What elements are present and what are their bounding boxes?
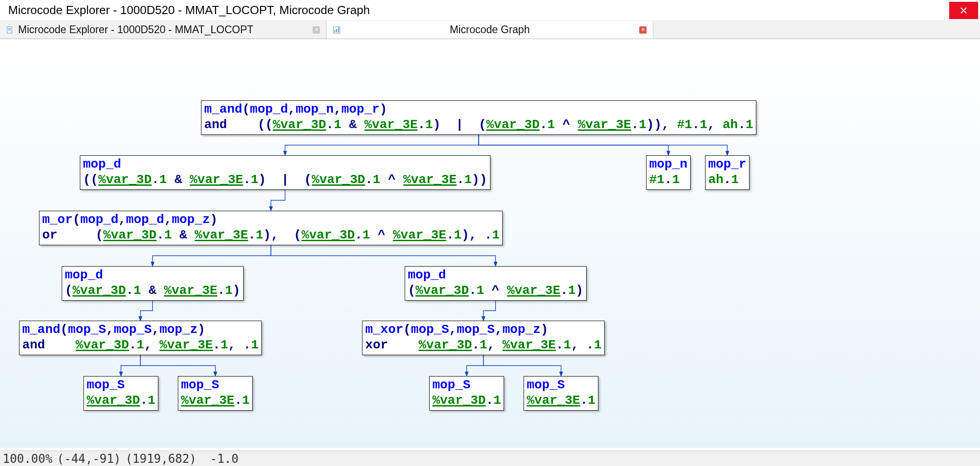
graph-node[interactable]: mop_n#1.1 (646, 155, 691, 190)
tab-label: Microcode Graph (450, 24, 529, 36)
graph-node[interactable]: mop_d(%var_3D.1 & %var_3E.1) (62, 266, 244, 301)
graph-node[interactable]: m_or(mop_d,mop_d,mop_z)or (%var_3D.1 & %… (39, 211, 503, 245)
status-bar: 100.00% (-44,-91) (1919,682) -1.0 (0, 451, 980, 466)
svg-rect-6 (336, 29, 337, 32)
tab-microcode-graph[interactable]: Microcode Graph ✕ (327, 21, 653, 39)
tab-bar: Microcode Explorer - 1000D520 - MMAT_LOC… (0, 21, 980, 39)
close-button[interactable] (949, 2, 978, 19)
tab-label: Microcode Explorer - 1000D520 - MMAT_LOC… (18, 24, 254, 36)
window-title: Microcode Explorer - 1000D520 - MMAT_LOC… (8, 3, 370, 17)
graph-node[interactable]: mop_S%var_3E.1 (178, 376, 253, 411)
close-icon (960, 7, 967, 14)
graph-icon (333, 26, 340, 34)
document-icon (6, 26, 14, 34)
svg-rect-5 (334, 30, 335, 32)
svg-rect-3 (8, 30, 11, 30)
graph-canvas[interactable]: m_and(mop_d,mop_n,mop_r)and ((%var_3D.1 … (0, 39, 980, 448)
svg-rect-1 (8, 28, 11, 29)
status-extra: -1.0 (210, 452, 239, 466)
svg-rect-2 (8, 29, 11, 30)
graph-node[interactable]: m_and(mop_d,mop_n,mop_r)and ((%var_3D.1 … (201, 100, 756, 135)
status-zoom: 100.00% (3, 452, 53, 466)
tab-close-button[interactable]: ✕ (313, 26, 320, 34)
tab-microcode-explorer[interactable]: Microcode Explorer - 1000D520 - MMAT_LOC… (0, 21, 327, 39)
status-coord1: (-44,-91) (57, 452, 121, 466)
graph-node[interactable]: mop_rah.1 (705, 155, 750, 190)
graph-node[interactable]: mop_S%var_3D.1 (429, 376, 504, 411)
graph-node[interactable]: m_xor(mop_S,mop_S,mop_z)xor %var_3D.1, %… (362, 321, 605, 355)
graph-node[interactable]: mop_d((%var_3D.1 & %var_3E.1) | (%var_3D… (80, 155, 490, 190)
tab-close-button[interactable]: ✕ (639, 26, 647, 34)
graph-node[interactable]: mop_d(%var_3D.1 ^ %var_3E.1) (405, 266, 587, 301)
graph-node[interactable]: m_and(mop_S,mop_S,mop_z)and %var_3D.1, %… (19, 321, 262, 355)
graph-node[interactable]: mop_S%var_3D.1 (83, 376, 158, 411)
title-bar: Microcode Explorer - 1000D520 - MMAT_LOC… (0, 0, 980, 21)
svg-rect-7 (338, 28, 339, 32)
status-coord2: (1919,682) (125, 452, 196, 466)
graph-node[interactable]: mop_S%var_3E.1 (524, 376, 598, 411)
